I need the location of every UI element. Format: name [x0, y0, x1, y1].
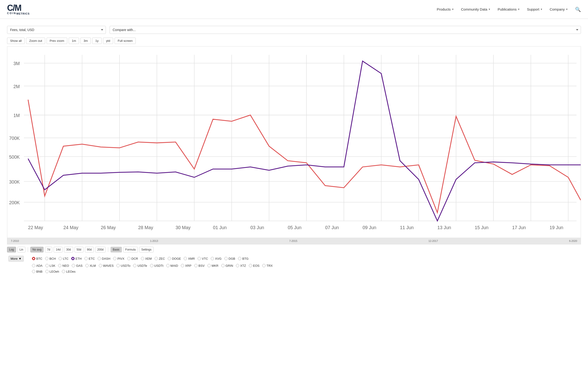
coin-btg[interactable]: BTG: [237, 256, 250, 261]
settings-button[interactable]: Settings: [139, 247, 154, 252]
1y-button[interactable]: 1y: [92, 38, 102, 44]
ytd-button[interactable]: ytd: [103, 38, 113, 44]
basic-button[interactable]: Basic: [111, 247, 122, 252]
svg-text:30 May: 30 May: [176, 225, 191, 230]
nav-support[interactable]: Support ▼: [527, 7, 542, 11]
coin-dash[interactable]: DASH: [96, 256, 112, 261]
50d-button[interactable]: 50d: [74, 247, 84, 252]
coin-xvg[interactable]: XVG: [209, 256, 223, 261]
lin-button[interactable]: Lin: [17, 247, 25, 252]
coin-dcr[interactable]: DCR: [126, 256, 139, 261]
zoom-row: Show all Zoom out Prev zoom 1m 3m 1y ytd…: [7, 38, 581, 44]
metric-select[interactable]: Fees, total, USD: [7, 26, 106, 34]
nav-community-data[interactable]: Community Data ▼: [461, 7, 491, 11]
nav-company-arrow: ▼: [566, 8, 568, 10]
no-avg-button[interactable]: No avg: [30, 247, 43, 252]
search-icon[interactable]: 🔍: [575, 7, 581, 12]
separator-1: [28, 247, 28, 252]
coin-usdte-radio: [133, 264, 136, 267]
30d-button[interactable]: 30d: [64, 247, 73, 252]
coin-eos[interactable]: EOS: [247, 263, 261, 268]
coin-doge-label: DOGE: [172, 257, 181, 260]
coin-bsv[interactable]: BSV: [193, 263, 206, 268]
coin-bnb[interactable]: BNB: [31, 269, 44, 274]
coin-pivx[interactable]: PIVX: [112, 256, 126, 261]
3m-button[interactable]: 3m: [80, 38, 91, 44]
coin-xmr[interactable]: XMR: [182, 256, 196, 261]
coin-usdto[interactable]: USDTo: [115, 263, 132, 268]
coin-bsv-radio: [194, 264, 198, 267]
more-button[interactable]: More ▼: [9, 256, 24, 262]
coin-neo[interactable]: NEO: [57, 263, 70, 268]
coin-ada[interactable]: ADA: [31, 263, 44, 268]
bottom-controls: Log Lin No avg 7d 14d 30d 50d 90d 200d B…: [7, 245, 581, 255]
coin-xlm-label: XLM: [90, 264, 96, 267]
chart-svg: .grid-line { stroke: #e0e0e0; stroke-wid…: [7, 47, 581, 238]
more-label: More: [10, 257, 18, 260]
coin-bnb-radio: [32, 270, 35, 273]
7d-button[interactable]: 7d: [45, 247, 52, 252]
timeline-label-5: 6-2020: [569, 239, 577, 242]
nav-company[interactable]: Company ▼: [550, 7, 568, 11]
nav-publications[interactable]: Publications ▼: [498, 7, 520, 11]
1m-button[interactable]: 1m: [69, 38, 79, 44]
coin-btg-label: BTG: [242, 257, 249, 260]
coin-usdte[interactable]: USDTe: [132, 263, 148, 268]
full-screen-button[interactable]: Full screen: [115, 38, 136, 44]
zoom-out-button[interactable]: Zoom out: [26, 38, 45, 44]
coin-doge[interactable]: DOGE: [166, 256, 182, 261]
controls-row: Fees, total, USD Compare with...: [7, 26, 581, 34]
coin-etc[interactable]: ETC: [83, 256, 96, 261]
coin-xlm[interactable]: XLM: [84, 263, 97, 268]
14d-button[interactable]: 14d: [54, 247, 63, 252]
coin-dgb[interactable]: DGB: [223, 256, 237, 261]
timeline-bar[interactable]: 7-2010 1-2013 7-2015 12-2017 6-2020: [7, 238, 581, 244]
coin-waves[interactable]: WAVES: [97, 263, 115, 268]
coin-leoes[interactable]: LEOes: [61, 269, 77, 274]
coin-xem-label: XEM: [145, 257, 152, 260]
coin-leoes-radio: [62, 270, 65, 273]
coin-xtz[interactable]: XTZ: [234, 263, 247, 268]
compare-select[interactable]: Compare with...: [110, 26, 581, 34]
timeline-label-2: 1-2013: [150, 239, 158, 242]
coin-leoeh-label: LEOeh: [50, 270, 59, 273]
show-all-button[interactable]: Show all: [7, 38, 25, 44]
coin-xrp-label: XRP: [185, 264, 191, 267]
svg-text:2M: 2M: [13, 84, 20, 89]
svg-text:300K: 300K: [9, 179, 20, 184]
more-container: More ▼: [7, 255, 31, 263]
coin-ltc[interactable]: LTC: [57, 256, 70, 261]
coin-xvg-label: XVG: [215, 257, 221, 260]
coin-btc[interactable]: BTC: [31, 256, 44, 261]
svg-text:1M: 1M: [13, 113, 20, 118]
coin-mkr[interactable]: MKR: [206, 263, 220, 268]
nav-products[interactable]: Products ▼: [437, 7, 454, 11]
coin-lsk[interactable]: LSK: [44, 263, 57, 268]
coin-grin[interactable]: GRIN: [220, 263, 235, 268]
svg-text:200K: 200K: [9, 200, 20, 205]
prev-zoom-button[interactable]: Prev zoom: [47, 38, 67, 44]
coin-vtc[interactable]: VTC: [196, 256, 209, 261]
coin-gas[interactable]: GAS: [70, 263, 84, 268]
90d-button[interactable]: 90d: [85, 247, 94, 252]
coin-zec-label: ZEC: [159, 257, 165, 260]
coin-trx[interactable]: TRX: [261, 263, 274, 268]
nav-publications-label: Publications: [498, 7, 517, 11]
coin-usdtt[interactable]: USDTt: [149, 263, 165, 268]
200d-button[interactable]: 200d: [95, 247, 106, 252]
coin-lsk-label: LSK: [50, 264, 55, 267]
coin-leoeh[interactable]: LEOeh: [44, 269, 61, 274]
formula-button[interactable]: Formula: [123, 247, 138, 252]
log-button[interactable]: Log: [7, 247, 16, 252]
coin-btg-radio: [238, 257, 241, 260]
coin-eth[interactable]: ETH: [70, 256, 83, 261]
nav-products-label: Products: [437, 7, 451, 11]
coin-maid[interactable]: MAID: [165, 263, 180, 268]
coin-usdte-label: USDTe: [137, 264, 147, 267]
coin-xrp[interactable]: XRP: [179, 263, 193, 268]
coin-gas-label: GAS: [76, 264, 82, 267]
coin-zec[interactable]: ZEC: [153, 256, 166, 261]
timeline-label-3: 7-2015: [289, 239, 297, 242]
coin-xem[interactable]: XEM: [139, 256, 153, 261]
coin-bch[interactable]: BCH: [44, 256, 57, 261]
